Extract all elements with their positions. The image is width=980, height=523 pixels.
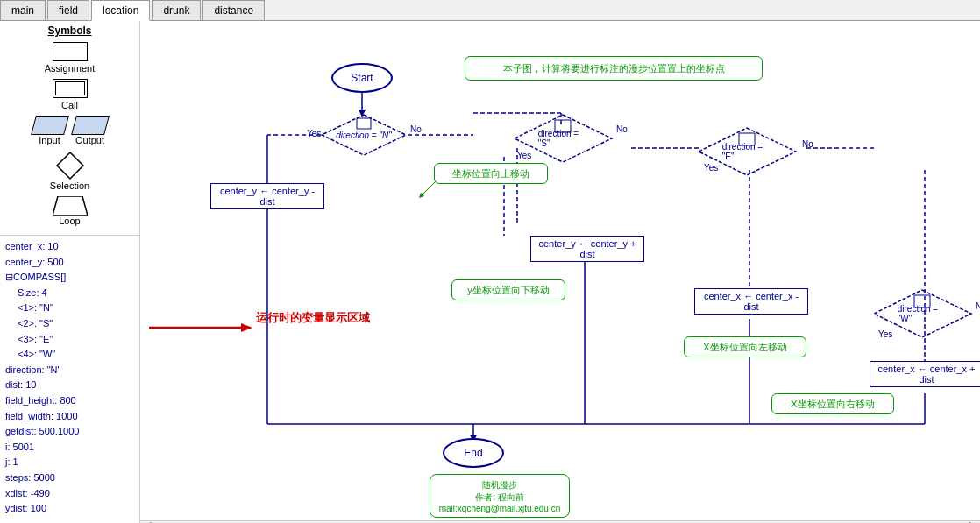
tab-field[interactable]: field <box>47 0 89 20</box>
tab-location[interactable]: location <box>91 0 150 21</box>
input-output-shapes: Input Output <box>33 116 107 145</box>
rect4: center_x ← center_x + dist <box>870 361 980 387</box>
comment-top: 本子图，计算将要进行标注的漫步位置置上的坐标点 <box>465 56 763 81</box>
main-layout: Symbols Assignment Call Input <box>0 21 980 523</box>
d1-yes-label: Yes <box>307 129 321 138</box>
d4-yes-label: Yes <box>878 329 892 339</box>
diamond3-text: direction = "E" <box>722 142 773 161</box>
comment2: y坐标位置向下移动 <box>451 279 565 300</box>
annotation-area <box>149 319 254 336</box>
symbols-title: Symbols <box>4 25 136 37</box>
symbol-loop[interactable]: Loop <box>4 196 136 226</box>
start-oval: Start <box>331 63 393 93</box>
d1-no-label: No <box>410 124 422 134</box>
tab-main[interactable]: main <box>0 0 46 20</box>
var-compass-4: <4>: "W" <box>5 347 134 363</box>
d2-yes-label: Yes <box>517 151 531 160</box>
var-i: i: 5001 <box>5 440 134 456</box>
var-getdist: getdist: 500.1000 <box>5 424 134 440</box>
end-oval: End <box>443 438 504 468</box>
svg-marker-1 <box>53 196 88 216</box>
variables-panel: center_x: 10 center_y: 500 ⊟COMPASS[] Si… <box>0 236 139 523</box>
loop-shape <box>53 196 88 216</box>
var-compass-2: <2>: "S" <box>5 316 134 332</box>
var-ydist: ydist: 100 <box>5 501 134 517</box>
svg-rect-26 <box>357 118 371 129</box>
input-group[interactable]: Input <box>33 116 67 145</box>
rect3: center_x ← center_x - dist <box>694 288 808 315</box>
footer-title: 随机漫步 <box>482 479 517 491</box>
comment3: X坐标位置向左移动 <box>684 336 806 357</box>
symbol-selection[interactable]: Selection <box>4 151 136 191</box>
diamond4-text: direction = "W" <box>898 304 948 323</box>
comment1: 坐标位置向上移动 <box>434 163 548 184</box>
svg-marker-0 <box>57 152 83 179</box>
selection-shape <box>55 151 85 180</box>
sidebar: Symbols Assignment Call Input <box>0 21 140 523</box>
d3-yes-label: Yes <box>704 163 718 173</box>
assignment-label: Assignment <box>45 63 95 74</box>
symbol-input-output: Input Output <box>4 116 136 145</box>
assignment-shape <box>53 42 88 61</box>
symbols-panel: Symbols Assignment Call Input <box>0 21 139 236</box>
canvas-inner: 本子图，计算将要进行标注的漫步位置置上的坐标点 Start direction … <box>140 21 929 520</box>
comment4: X坐标位置向右移动 <box>771 393 894 414</box>
var-field-height: field_height: 800 <box>5 393 134 409</box>
annotation-label: 运行时的变量显示区域 <box>256 310 370 326</box>
flowchart-svg <box>140 21 929 520</box>
var-compass-3: <3>: "E" <box>5 332 134 348</box>
svg-marker-34 <box>241 323 252 332</box>
var-direction: direction: "N" <box>5 363 134 378</box>
loop-label: Loop <box>59 216 80 226</box>
var-center-x: center_x: 10 <box>5 239 134 255</box>
var-compass: ⊟COMPASS[] <box>5 270 134 286</box>
tab-bar: main field location drunk distance <box>0 0 980 21</box>
d2-no-label: No <box>616 124 628 134</box>
call-label: Call <box>61 100 78 110</box>
var-center-y: center_y: 500 <box>5 255 134 271</box>
symbol-assignment[interactable]: Assignment <box>4 42 136 74</box>
tab-distance[interactable]: distance <box>202 0 265 20</box>
canvas-area[interactable]: 本子图，计算将要进行标注的漫步位置置上的坐标点 Start direction … <box>140 21 980 523</box>
call-shape <box>53 79 88 98</box>
var-compass-1: <1>: "N" <box>5 300 134 316</box>
output-group[interactable]: Output <box>74 116 107 145</box>
symbol-call[interactable]: Call <box>4 79 136 110</box>
scroll-right-btn[interactable]: ▶ <box>966 519 980 523</box>
red-arrow-svg <box>149 319 254 336</box>
input-label: Input <box>39 135 60 145</box>
var-j: j: 1 <box>5 455 134 470</box>
d4-no-label: No <box>976 301 980 311</box>
var-steps: steps: 5000 <box>5 470 134 486</box>
input-shape <box>31 116 69 135</box>
var-field-width: field_width: 1000 <box>5 409 134 425</box>
footer-box: 随机漫步 作者: 程向前 mail:xqcheng@mail.xjtu.edu.… <box>430 474 570 518</box>
var-xdist: xdist: -490 <box>5 486 134 502</box>
d3-no-label: No <box>802 139 813 149</box>
rect1: center_y ← center_y - dist <box>210 183 324 209</box>
output-shape <box>71 116 110 135</box>
diamond2-text: direction = "S" <box>538 129 589 148</box>
var-size: Size: 4 <box>5 286 134 301</box>
footer-author: 作者: 程向前 <box>475 491 524 504</box>
tab-drunk[interactable]: drunk <box>152 0 201 20</box>
diamond1: direction = "N" <box>320 113 408 157</box>
diamond1-text: direction = "N" <box>336 131 392 140</box>
selection-label: Selection <box>50 180 89 191</box>
rect2: center_y ← center_y + dist <box>530 236 644 262</box>
footer-email: mail:xqcheng@mail.xjtu.edu.cn <box>439 504 561 513</box>
var-dist: dist: 10 <box>5 378 134 393</box>
output-label: Output <box>75 135 104 145</box>
